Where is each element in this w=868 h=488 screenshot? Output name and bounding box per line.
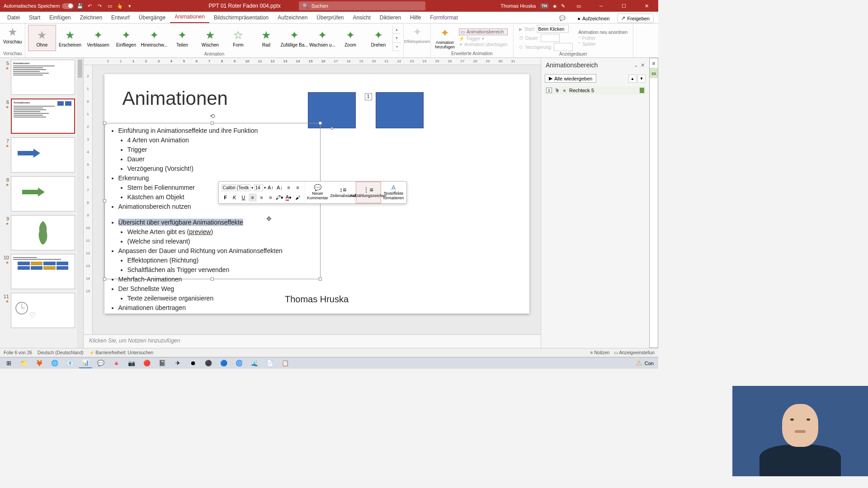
anim-hineinschweben[interactable]: ✦Hineinschw... bbox=[140, 25, 168, 51]
duration-input[interactable] bbox=[541, 34, 560, 42]
display-settings[interactable]: ▭ Anzeigeeinstellun bbox=[614, 350, 655, 355]
more-qat-icon[interactable]: ▾ bbox=[126, 2, 133, 9]
anim-erscheinen[interactable]: ★Erscheinen bbox=[56, 25, 84, 51]
tab-view[interactable]: Ansicht bbox=[348, 12, 375, 23]
blue-rectangle-2[interactable] bbox=[376, 92, 424, 128]
redo-icon[interactable]: ↷ bbox=[96, 2, 104, 9]
pen-icon[interactable]: ✎ bbox=[561, 3, 565, 9]
font-size-input[interactable] bbox=[254, 184, 263, 191]
duration-row[interactable]: ⏱ Dauer: bbox=[519, 34, 573, 42]
align-right-icon[interactable]: ≡ bbox=[267, 193, 275, 202]
share-button[interactable]: ↗ Freigeben bbox=[617, 14, 654, 23]
anim-wischen[interactable]: ★Wischen bbox=[196, 25, 224, 51]
tab-design[interactable]: Entwurf bbox=[107, 12, 134, 23]
move-up-button[interactable]: ▲ bbox=[628, 75, 637, 83]
undo-icon[interactable]: ↶ bbox=[86, 2, 94, 9]
record-presentation-button[interactable]: ● Aufzeichnen bbox=[573, 14, 613, 23]
tab-draw[interactable]: Zeichnen bbox=[75, 12, 107, 23]
file-explorer-icon[interactable]: 📁 bbox=[17, 358, 31, 368]
firefox-icon[interactable]: 🦊 bbox=[33, 358, 46, 368]
tab-dictate[interactable]: Diktieren bbox=[375, 12, 406, 23]
touch-mode-icon[interactable]: 👆 bbox=[116, 2, 123, 9]
slide-footer[interactable]: Thomas Hruska bbox=[285, 294, 349, 305]
thumbnail-9[interactable] bbox=[11, 215, 75, 250]
close-pane-icon[interactable]: ✕ bbox=[641, 62, 645, 68]
app-icon-6[interactable]: 🌀 bbox=[232, 358, 246, 368]
move-later-button[interactable]: ˅ Später bbox=[578, 42, 627, 47]
mini-toolbar[interactable]: ▾ ▾ A↑ A↓ ≡ ≡ F K U ≡ bbox=[218, 181, 407, 204]
save-icon[interactable]: 💾 bbox=[76, 2, 84, 9]
thumbnail-scrollbar[interactable] bbox=[77, 58, 83, 348]
new-comment-button[interactable]: 💬Neuer Kommentar bbox=[305, 182, 330, 203]
app-icon-5[interactable]: 🔵 bbox=[217, 358, 231, 368]
outlook-icon[interactable]: 📧 bbox=[63, 358, 77, 368]
obs-icon[interactable]: ⚫ bbox=[202, 358, 215, 368]
slide-canvas[interactable]: Animationen 1 ⟲ Einführung in Animations… bbox=[93, 65, 541, 334]
timing-bar[interactable] bbox=[640, 88, 644, 93]
anim-zoom[interactable]: ✦Zoom bbox=[336, 25, 364, 51]
preview-button[interactable]: ★ Vorschau bbox=[1, 25, 24, 45]
search-input[interactable]: 🔍 Suchen bbox=[299, 1, 425, 10]
diamond-icon[interactable]: ◈ bbox=[553, 3, 557, 9]
bold-icon[interactable]: F bbox=[222, 193, 230, 202]
tab-insert[interactable]: Einfügen bbox=[45, 12, 75, 23]
tab-animations[interactable]: Animationen bbox=[170, 11, 209, 23]
text-effects-button[interactable]: ATexteffekte formatieren bbox=[381, 182, 406, 203]
onenote-icon[interactable]: 📓 bbox=[156, 358, 169, 368]
username-label[interactable]: Thomas Hruska bbox=[500, 3, 536, 9]
start-timing-row[interactable]: ▶ Start: bbox=[519, 25, 573, 33]
anim-wachsen[interactable]: ✦Wachsen u... bbox=[308, 25, 336, 51]
anim-verblassen[interactable]: ✦Verblassen bbox=[84, 25, 112, 51]
thumbnail-5[interactable]: Animationen bbox=[11, 60, 75, 95]
line-spacing-button[interactable]: ↕≡Zeilenabstand bbox=[330, 182, 356, 203]
warning-icon[interactable]: ⚠ bbox=[636, 359, 642, 367]
decrease-font-icon[interactable]: A↓ bbox=[276, 183, 284, 192]
increase-font-icon[interactable]: A↑ bbox=[267, 183, 275, 192]
delay-row[interactable]: ⏲ Verzögerung: bbox=[519, 43, 573, 51]
anim-zufaellig[interactable]: ✦Zufällige Ba... bbox=[280, 25, 308, 51]
italic-icon[interactable]: K bbox=[231, 193, 239, 202]
collapse-pane-icon[interactable]: ⌄ bbox=[634, 62, 638, 68]
increase-indent-icon[interactable]: ≡ bbox=[294, 183, 302, 192]
app-icon-7[interactable]: 📄 bbox=[263, 358, 277, 368]
tab-record[interactable]: Aufzeichnen bbox=[273, 12, 312, 23]
slide[interactable]: Animationen 1 ⟲ Einführung in Animations… bbox=[104, 74, 529, 314]
animation-list-item[interactable]: 1 🖱 ★ Rechteck 5 bbox=[545, 86, 646, 94]
anim-teilen[interactable]: ✦Teilen bbox=[168, 25, 196, 51]
app-icon-4[interactable]: ⏺ bbox=[186, 358, 200, 368]
app-icon-2[interactable]: 📷 bbox=[125, 358, 138, 368]
slide-thumbnails[interactable]: 5★ Animationen 6★ Animationen 7★ 8★ bbox=[0, 58, 84, 348]
minimize-icon[interactable]: ─ bbox=[592, 0, 610, 12]
align-left-icon[interactable]: ≡ bbox=[249, 193, 257, 202]
autosave-toggle[interactable]: Automatisches Speichern bbox=[4, 3, 74, 9]
font-family-select[interactable] bbox=[222, 184, 250, 191]
notes-input[interactable]: Klicken Sie, um Notizen hinzuzufügen bbox=[84, 334, 541, 348]
font-color-icon[interactable]: A▾ bbox=[285, 193, 293, 202]
user-avatar[interactable]: TH bbox=[540, 3, 548, 9]
thumbnail-7[interactable] bbox=[11, 137, 75, 173]
effect-options-button[interactable]: ✦ Effektoptionen bbox=[406, 25, 429, 45]
maximize-icon[interactable]: ☐ bbox=[615, 0, 633, 12]
close-icon[interactable]: ✕ bbox=[637, 0, 656, 12]
start-select[interactable] bbox=[537, 25, 569, 33]
trigger-button[interactable]: ⚡ Trigger ▾ bbox=[459, 36, 508, 41]
move-earlier-button[interactable]: ^ Früher bbox=[578, 36, 627, 41]
anim-drehen[interactable]: ✦Drehen bbox=[364, 25, 392, 51]
toggle-switch[interactable] bbox=[62, 3, 74, 9]
add-animation-button[interactable]: ✦ Animation hinzufügen bbox=[434, 25, 456, 51]
tab-help[interactable]: Hilfe bbox=[406, 12, 425, 23]
anim-rad[interactable]: ★Rad bbox=[252, 25, 280, 51]
option-1[interactable]: ≡ bbox=[650, 58, 658, 68]
thumbnail-10[interactable] bbox=[11, 254, 75, 289]
app-icon-8[interactable]: 📋 bbox=[278, 358, 292, 368]
animation-number-tag[interactable]: 1 bbox=[365, 93, 372, 100]
notes-toggle[interactable]: ≡ Notizen bbox=[590, 350, 610, 355]
vlc-icon[interactable]: 🔺 bbox=[109, 358, 123, 368]
from-beginning-icon[interactable]: ▭ bbox=[106, 2, 113, 9]
language-indicator[interactable]: Deutsch (Deutschland) bbox=[38, 350, 84, 355]
align-center-icon[interactable]: ≡ bbox=[258, 193, 266, 202]
accessibility-check[interactable]: ⚡ Barrierefreiheit: Untersuchen bbox=[89, 350, 154, 355]
tab-review[interactable]: Überprüfen bbox=[312, 12, 348, 23]
tab-slideshow[interactable]: Bildschirmpräsentation bbox=[209, 12, 273, 23]
copy-animation-button[interactable]: ✦ Animation übertragen bbox=[459, 42, 508, 47]
